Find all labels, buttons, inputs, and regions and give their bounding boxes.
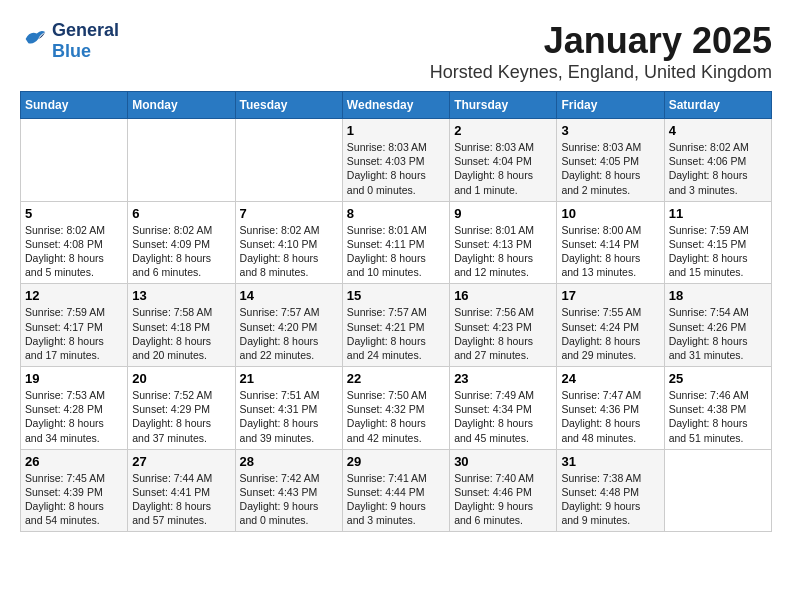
day-info: Sunrise: 7:56 AM Sunset: 4:23 PM Dayligh… [454,305,552,362]
calendar-week-2: 5Sunrise: 8:02 AM Sunset: 4:08 PM Daylig… [21,201,772,284]
calendar-cell: 11Sunrise: 7:59 AM Sunset: 4:15 PM Dayli… [664,201,771,284]
day-number: 11 [669,206,767,221]
calendar-cell: 28Sunrise: 7:42 AM Sunset: 4:43 PM Dayli… [235,449,342,532]
day-number: 20 [132,371,230,386]
day-number: 5 [25,206,123,221]
day-number: 24 [561,371,659,386]
calendar-cell: 1Sunrise: 8:03 AM Sunset: 4:03 PM Daylig… [342,119,449,202]
page-subtitle: Horsted Keynes, England, United Kingdom [430,62,772,83]
calendar-cell: 17Sunrise: 7:55 AM Sunset: 4:24 PM Dayli… [557,284,664,367]
day-info: Sunrise: 8:03 AM Sunset: 4:05 PM Dayligh… [561,140,659,197]
day-number: 15 [347,288,445,303]
weekday-header-friday: Friday [557,92,664,119]
page-header: General Blue January 2025 Horsted Keynes… [20,20,772,83]
calendar-cell: 21Sunrise: 7:51 AM Sunset: 4:31 PM Dayli… [235,367,342,450]
day-info: Sunrise: 7:52 AM Sunset: 4:29 PM Dayligh… [132,388,230,445]
day-info: Sunrise: 7:59 AM Sunset: 4:17 PM Dayligh… [25,305,123,362]
day-info: Sunrise: 7:45 AM Sunset: 4:39 PM Dayligh… [25,471,123,528]
calendar-cell [235,119,342,202]
calendar-cell: 27Sunrise: 7:44 AM Sunset: 4:41 PM Dayli… [128,449,235,532]
day-info: Sunrise: 7:59 AM Sunset: 4:15 PM Dayligh… [669,223,767,280]
calendar-cell: 29Sunrise: 7:41 AM Sunset: 4:44 PM Dayli… [342,449,449,532]
calendar-cell: 25Sunrise: 7:46 AM Sunset: 4:38 PM Dayli… [664,367,771,450]
day-number: 6 [132,206,230,221]
day-number: 30 [454,454,552,469]
day-info: Sunrise: 8:01 AM Sunset: 4:13 PM Dayligh… [454,223,552,280]
calendar-cell: 14Sunrise: 7:57 AM Sunset: 4:20 PM Dayli… [235,284,342,367]
calendar-cell: 8Sunrise: 8:01 AM Sunset: 4:11 PM Daylig… [342,201,449,284]
day-info: Sunrise: 8:02 AM Sunset: 4:09 PM Dayligh… [132,223,230,280]
calendar-cell: 7Sunrise: 8:02 AM Sunset: 4:10 PM Daylig… [235,201,342,284]
day-number: 10 [561,206,659,221]
day-info: Sunrise: 8:02 AM Sunset: 4:06 PM Dayligh… [669,140,767,197]
weekday-header-thursday: Thursday [450,92,557,119]
day-info: Sunrise: 7:58 AM Sunset: 4:18 PM Dayligh… [132,305,230,362]
calendar-week-5: 26Sunrise: 7:45 AM Sunset: 4:39 PM Dayli… [21,449,772,532]
calendar-cell: 24Sunrise: 7:47 AM Sunset: 4:36 PM Dayli… [557,367,664,450]
calendar-cell: 3Sunrise: 8:03 AM Sunset: 4:05 PM Daylig… [557,119,664,202]
weekday-header-tuesday: Tuesday [235,92,342,119]
calendar-cell: 22Sunrise: 7:50 AM Sunset: 4:32 PM Dayli… [342,367,449,450]
day-info: Sunrise: 8:03 AM Sunset: 4:03 PM Dayligh… [347,140,445,197]
day-info: Sunrise: 7:46 AM Sunset: 4:38 PM Dayligh… [669,388,767,445]
calendar-cell [664,449,771,532]
day-number: 9 [454,206,552,221]
day-info: Sunrise: 7:57 AM Sunset: 4:21 PM Dayligh… [347,305,445,362]
day-info: Sunrise: 7:54 AM Sunset: 4:26 PM Dayligh… [669,305,767,362]
weekday-header-sunday: Sunday [21,92,128,119]
day-info: Sunrise: 7:44 AM Sunset: 4:41 PM Dayligh… [132,471,230,528]
day-number: 19 [25,371,123,386]
day-number: 17 [561,288,659,303]
calendar-cell: 9Sunrise: 8:01 AM Sunset: 4:13 PM Daylig… [450,201,557,284]
day-info: Sunrise: 7:51 AM Sunset: 4:31 PM Dayligh… [240,388,338,445]
calendar-cell: 5Sunrise: 8:02 AM Sunset: 4:08 PM Daylig… [21,201,128,284]
day-info: Sunrise: 8:00 AM Sunset: 4:14 PM Dayligh… [561,223,659,280]
day-number: 25 [669,371,767,386]
day-info: Sunrise: 8:01 AM Sunset: 4:11 PM Dayligh… [347,223,445,280]
day-number: 2 [454,123,552,138]
day-number: 3 [561,123,659,138]
day-number: 1 [347,123,445,138]
day-info: Sunrise: 8:03 AM Sunset: 4:04 PM Dayligh… [454,140,552,197]
day-info: Sunrise: 7:42 AM Sunset: 4:43 PM Dayligh… [240,471,338,528]
day-number: 14 [240,288,338,303]
logo-icon [20,25,48,57]
day-info: Sunrise: 7:57 AM Sunset: 4:20 PM Dayligh… [240,305,338,362]
day-info: Sunrise: 7:38 AM Sunset: 4:48 PM Dayligh… [561,471,659,528]
day-info: Sunrise: 7:49 AM Sunset: 4:34 PM Dayligh… [454,388,552,445]
calendar-cell [128,119,235,202]
day-info: Sunrise: 7:41 AM Sunset: 4:44 PM Dayligh… [347,471,445,528]
page-title: January 2025 [430,20,772,62]
day-info: Sunrise: 7:40 AM Sunset: 4:46 PM Dayligh… [454,471,552,528]
day-number: 8 [347,206,445,221]
calendar-cell: 26Sunrise: 7:45 AM Sunset: 4:39 PM Dayli… [21,449,128,532]
weekday-header-monday: Monday [128,92,235,119]
calendar-cell: 19Sunrise: 7:53 AM Sunset: 4:28 PM Dayli… [21,367,128,450]
day-number: 27 [132,454,230,469]
logo-text: General Blue [52,20,119,62]
day-number: 28 [240,454,338,469]
day-info: Sunrise: 7:53 AM Sunset: 4:28 PM Dayligh… [25,388,123,445]
day-info: Sunrise: 7:55 AM Sunset: 4:24 PM Dayligh… [561,305,659,362]
calendar-cell: 13Sunrise: 7:58 AM Sunset: 4:18 PM Dayli… [128,284,235,367]
day-info: Sunrise: 7:47 AM Sunset: 4:36 PM Dayligh… [561,388,659,445]
calendar-cell: 31Sunrise: 7:38 AM Sunset: 4:48 PM Dayli… [557,449,664,532]
day-info: Sunrise: 7:50 AM Sunset: 4:32 PM Dayligh… [347,388,445,445]
calendar-cell: 4Sunrise: 8:02 AM Sunset: 4:06 PM Daylig… [664,119,771,202]
day-number: 26 [25,454,123,469]
calendar-week-1: 1Sunrise: 8:03 AM Sunset: 4:03 PM Daylig… [21,119,772,202]
logo-blue: Blue [52,41,119,62]
calendar-cell: 15Sunrise: 7:57 AM Sunset: 4:21 PM Dayli… [342,284,449,367]
weekday-header-saturday: Saturday [664,92,771,119]
day-number: 18 [669,288,767,303]
day-number: 29 [347,454,445,469]
calendar-cell: 18Sunrise: 7:54 AM Sunset: 4:26 PM Dayli… [664,284,771,367]
title-block: January 2025 Horsted Keynes, England, Un… [430,20,772,83]
day-number: 22 [347,371,445,386]
day-info: Sunrise: 8:02 AM Sunset: 4:08 PM Dayligh… [25,223,123,280]
calendar-cell: 6Sunrise: 8:02 AM Sunset: 4:09 PM Daylig… [128,201,235,284]
day-number: 12 [25,288,123,303]
day-number: 31 [561,454,659,469]
calendar-cell [21,119,128,202]
calendar-cell: 12Sunrise: 7:59 AM Sunset: 4:17 PM Dayli… [21,284,128,367]
